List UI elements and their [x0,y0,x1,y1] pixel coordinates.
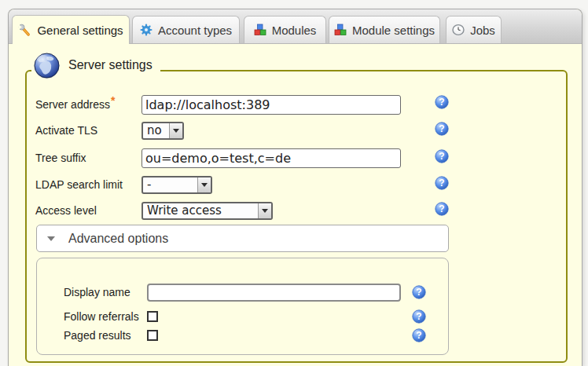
help-icon[interactable]: ? [412,309,426,324]
paged-results-checkbox[interactable] [147,330,158,341]
follow-referrals-label: Follow referrals [64,310,147,323]
follow-referrals-checkbox[interactable] [147,311,158,322]
help-icon[interactable]: ? [412,328,426,342]
svg-text:?: ? [439,151,444,162]
display-name-input[interactable] [147,284,401,302]
activate-tls-label: Activate TLS [35,124,141,137]
tab-bar: General settings Account types [9,9,582,44]
tab-jobs[interactable]: Jobs [446,16,502,43]
fieldset-legend-label: Server settings [68,58,153,72]
help-icon[interactable]: ? [412,285,426,299]
globe-icon [33,52,61,79]
select-arrow-icon [258,203,271,218]
row-follow-referrals: Follow referrals [64,306,158,327]
chevron-down-icon [47,236,55,245]
required-marker: * [111,94,115,107]
help-icon[interactable]: ? [435,149,449,163]
tree-suffix-input[interactable] [141,148,401,168]
svg-text:?: ? [439,203,444,214]
general-settings-panel: Server settings Server address* ? Activa… [9,44,582,366]
display-name-label: Display name [64,286,147,298]
svg-text:?: ? [416,330,421,341]
help-icon[interactable]: ? [435,202,449,216]
row-activate-tls: Activate TLS no [35,120,184,141]
wrench-icon [18,24,31,37]
selected-value: Write access [143,203,258,218]
advanced-options-label: Advanced options [68,232,168,246]
config-window: General settings Account types [8,9,582,366]
advanced-options-accordion[interactable]: Advanced options [36,225,449,252]
row-ldap-search-limit: LDAP search limit - [35,174,212,195]
row-tree-suffix: Tree suffix [35,148,401,168]
paged-results-label: Paged results [64,329,147,342]
ldap-search-limit-label: LDAP search limit [35,178,141,191]
select-arrow-icon [197,178,211,192]
tab-label: Account types [158,24,232,37]
row-server-address: Server address* [35,94,401,115]
selected-value: - [143,178,197,192]
svg-text:?: ? [416,287,421,298]
server-address-label: Server address* [35,98,141,111]
select-arrow-icon [169,123,182,138]
access-level-label: Access level [35,204,141,217]
fieldset-legend: Server settings [31,50,160,80]
row-access-level: Access level Write access [35,200,273,221]
tab-label: General settings [37,24,123,37]
server-settings-fieldset: Server settings Server address* ? Activa… [25,70,568,363]
modules-icon [254,24,266,36]
modules-icon [334,24,347,36]
svg-text:?: ? [439,178,444,188]
row-display-name: Display name [64,282,401,302]
help-icon[interactable]: ? [435,122,449,136]
svg-text:?: ? [439,97,444,108]
activate-tls-select[interactable]: no [141,122,184,140]
help-icon[interactable]: ? [435,95,449,109]
tab-modules[interactable]: Modules [244,16,326,43]
advanced-options-content: Display name ? Follow referrals [36,258,449,355]
tab-label: Jobs [470,24,495,37]
selected-value: no [143,123,169,138]
clock-icon [452,24,465,36]
svg-text:?: ? [416,311,421,322]
tab-module-settings[interactable]: Module settings [329,16,440,43]
row-paged-results: Paged results [64,325,158,346]
access-level-select[interactable]: Write access [141,202,273,220]
tab-account-types[interactable]: Account types [132,16,240,43]
tree-suffix-label: Tree suffix [35,152,141,164]
server-address-input[interactable] [141,95,401,115]
gear-icon [140,24,153,36]
help-icon[interactable]: ? [435,176,449,190]
tab-label: Modules [272,24,317,37]
ldap-search-limit-select[interactable]: - [141,176,212,194]
svg-text:?: ? [439,123,444,134]
tab-label: Module settings [352,24,435,37]
tab-general-settings[interactable]: General settings [12,15,130,44]
